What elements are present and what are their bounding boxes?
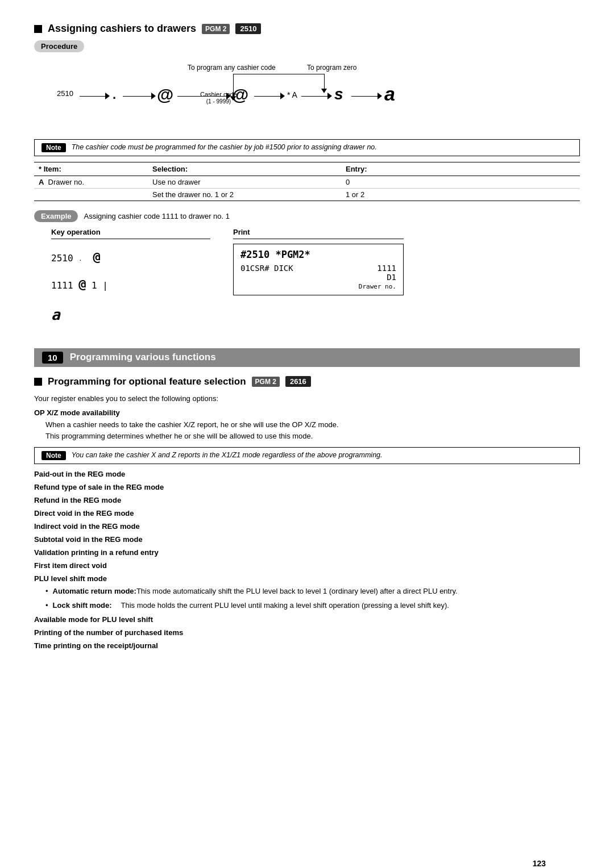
print-line3: D1 [240,273,396,282]
col-entry: Entry: [341,162,580,176]
feature-1: Refund type of sale in the REG mode [34,483,580,491]
print-csr: 01CSR# DICK [240,264,293,273]
feature-5: Subtotal void in the REG mode [34,535,580,544]
print-line2: 01CSR# DICK 1111 [240,264,396,273]
print-num: 1111 [377,264,396,273]
bullet-label0: Automatic return mode: [53,586,136,597]
key-op-col: Key operation 2510 . @ 1111 @ 1 | a [51,228,210,331]
key-op-header: Key operation [51,228,210,239]
key-op-line2: 1111 @ 1 | [51,271,210,298]
assigning-title: Assigning cashiers to drawers [48,23,196,35]
key-op-line1: 2510 . @ [51,244,210,271]
note-badge: Note [42,143,66,152]
bottom-features: Available mode for PLU level shift Print… [34,615,580,650]
flow-arrow2 [151,93,156,99]
entry-1: 0 [341,176,580,189]
feature-2: Refund in the REG mode [34,496,580,504]
feature-6: Validation printing in a refund entry [34,548,580,557]
flow-arrow-down1 [321,89,327,93]
note-text: The cashier code must be programmed for … [72,143,377,151]
item-a-empty [34,189,148,201]
flow-line-v2 [324,74,325,90]
feature-0: Paid-out in the REG mode [34,470,580,478]
table-row-2: Set the drawer no. 1 or 2 1 or 2 [34,189,580,201]
bullet-dot0: • [45,586,48,597]
section-title: Assigning cashiers to drawers PGM 2 2510 [34,23,580,35]
flow-arrow3 [226,93,231,99]
example-section: Example Assigning cashier code 1111 to d… [34,210,580,331]
flow-star-a: * A [287,90,297,99]
flow-arrow4 [280,93,285,99]
drawer-label: Drawer no. [240,283,396,290]
bottom-feature-1: Printing of the number of purchased item… [34,628,580,637]
key-op-line3: a [51,299,210,331]
op-xz-text1: When a cashier needs to take the cashier… [45,419,580,431]
flow-line-h1 [80,96,108,97]
flow-label-top1: To program any cashier code [188,64,276,72]
note-text2: You can take the cashier X and Z reports… [72,451,383,459]
entry-2: 1 or 2 [341,189,580,201]
bullet-item-0: • Automatic return mode: This mode autom… [45,586,580,597]
example-desc: Assigning cashier code 1111 to drawer no… [84,212,230,220]
print-col: Print #2510 *PGM2* 01CSR# DICK 1111 D1 D… [233,228,404,331]
subsection-title: Programming for optional feature selecti… [34,376,580,387]
pgm2-badge: PGM 2 [252,377,280,387]
section-cashiers: Assigning cashiers to drawers PGM 2 2510… [34,23,580,331]
item-a: A Drawer no. [34,176,148,189]
flow-diagram: To program any cashier code To program z… [57,64,580,129]
black-square-icon [34,25,42,33]
bullet-desc1: This mode holds the current PLU level un… [121,600,580,611]
feature-7: First item direct void [34,561,580,570]
sel-1: Use no drawer [148,176,341,189]
feature-list: Paid-out in the REG mode Refund type of … [34,470,580,583]
procedure-badge: Procedure [34,40,84,52]
bullet-desc0: This mode automatically shift the PLU le… [136,586,580,597]
flow-line-h2 [123,96,154,97]
flow-label-top2: To program zero [307,64,356,72]
flow-arrow6 [377,93,382,99]
flow-start-num: 2510 [57,89,73,98]
flow-line-h6 [351,96,380,97]
feature-3: Direct void in the REG mode [34,509,580,518]
flow-line-h3 [177,96,229,97]
example-header: Example Assigning cashier code 1111 to d… [34,210,580,222]
bottom-feature-0: Available mode for PLU level shift [34,615,580,624]
table-row: A Drawer no. Use no drawer 0 [34,176,580,189]
note-box2: Note You can take the cashier X and Z re… [34,447,580,464]
flow-line-h4 [254,96,283,97]
chapter-title: Programming various functions [70,352,216,363]
code2-badge: 2616 [285,376,311,387]
flow-arrow1 [105,93,110,99]
bullet-dot1: • [45,600,48,611]
example-badge: Example [34,210,78,222]
black-square2-icon [34,378,42,386]
flow-s: s [334,85,343,103]
col-item: * Item: [34,162,148,176]
flow-line-h-top [233,74,324,74]
page-number: 123 [533,859,546,868]
code-badge: 2510 [235,23,261,34]
note-badge2: Note [42,451,66,460]
intro-text: Your register enables you to select the … [34,393,580,404]
chapter-num: 10 [42,352,63,364]
flow-line-h5 [301,96,330,97]
print-d1: D1 [387,273,396,282]
op-xz-text2: This programming determines whether he o… [45,431,580,442]
flow-arrow5 [327,93,332,99]
op-xz-title: OP X/Z mode availability [34,408,580,417]
flow-at2: @ [232,85,248,105]
print-header: Print [233,228,404,239]
flow-dot: . [113,87,116,102]
section-programming: Programming for optional feature selecti… [34,376,580,650]
prog-title: Programming for optional feature selecti… [48,376,246,387]
sel-2: Set the drawer no. 1 or 2 [148,189,341,201]
pgm-badge: PGM 2 [202,24,230,34]
note-box: Note The cashier code must be programmed… [34,139,580,156]
feature-4: Indirect void in the REG mode [34,522,580,531]
print-box: #2510 *PGM2* 01CSR# DICK 1111 D1 Drawer … [233,244,404,295]
print-line1: #2510 *PGM2* [240,249,396,260]
bullet-item-1: • Lock shift mode: This mode holds the c… [45,600,580,611]
flow-at1: @ [157,85,173,105]
example-columns: Key operation 2510 . @ 1111 @ 1 | a Prin… [51,228,580,331]
bottom-feature-2: Time printing on the receipt/journal [34,641,580,650]
